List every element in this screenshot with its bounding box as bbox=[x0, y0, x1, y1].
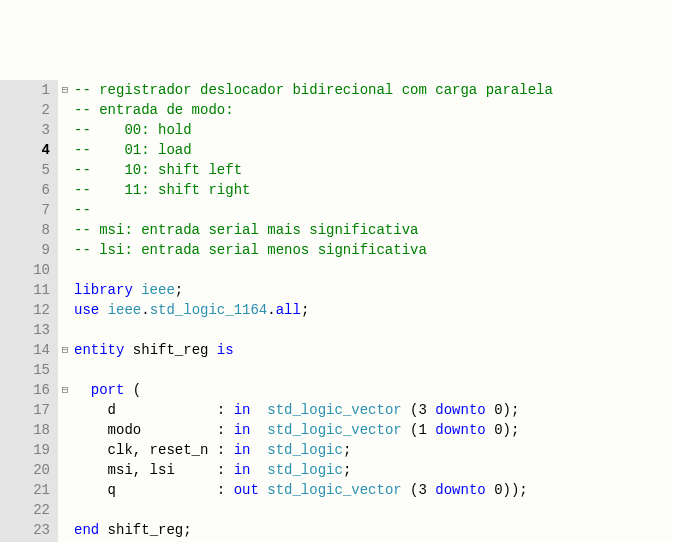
fold-spacer bbox=[58, 320, 72, 340]
fold-spacer bbox=[58, 480, 72, 500]
token-n bbox=[402, 402, 410, 418]
fold-spacer bbox=[58, 300, 72, 320]
token-n bbox=[133, 282, 141, 298]
line-number: 4 bbox=[0, 140, 50, 160]
code-line[interactable]: -- 00: hold bbox=[74, 120, 673, 140]
code-line[interactable]: -- registrador deslocador bidirecional c… bbox=[74, 80, 673, 100]
code-line[interactable]: modo : in std_logic_vector (1 downto 0); bbox=[74, 420, 673, 440]
token-k: all bbox=[276, 302, 301, 318]
code-area[interactable]: -- registrador deslocador bidirecional c… bbox=[72, 80, 673, 542]
token-c: -- msi: entrada serial mais significativ… bbox=[74, 222, 418, 238]
token-p: ( bbox=[410, 482, 418, 498]
code-line[interactable]: clk, reset_n : in std_logic; bbox=[74, 440, 673, 460]
token-p: ) bbox=[503, 482, 511, 498]
fold-toggle-icon[interactable]: ⊟ bbox=[58, 80, 72, 100]
token-p: . bbox=[267, 302, 275, 318]
token-n bbox=[402, 482, 410, 498]
token-p: ; bbox=[175, 282, 183, 298]
token-k: in bbox=[234, 402, 251, 418]
token-p: ; bbox=[343, 442, 351, 458]
token-p: ; bbox=[511, 422, 519, 438]
token-c: -- 01: load bbox=[74, 142, 192, 158]
token-n: 1 bbox=[419, 422, 436, 438]
line-number: 7 bbox=[0, 200, 50, 220]
code-line[interactable]: -- bbox=[74, 200, 673, 220]
token-n bbox=[259, 482, 267, 498]
fold-spacer bbox=[58, 460, 72, 480]
token-k: entity bbox=[74, 342, 124, 358]
token-n bbox=[402, 422, 410, 438]
code-line[interactable]: use ieee.std_logic_1164.all; bbox=[74, 300, 673, 320]
line-number: 5 bbox=[0, 160, 50, 180]
line-number: 22 bbox=[0, 500, 50, 520]
line-number: 9 bbox=[0, 240, 50, 260]
token-n bbox=[124, 382, 132, 398]
code-editor: 1234567891011121314151617181920212223242… bbox=[0, 80, 673, 542]
token-p: ; bbox=[301, 302, 309, 318]
code-line[interactable]: -- 10: shift left bbox=[74, 160, 673, 180]
fold-spacer bbox=[58, 280, 72, 300]
code-line[interactable]: msi, lsi : in std_logic; bbox=[74, 460, 673, 480]
fold-toggle-icon[interactable]: ⊟ bbox=[58, 380, 72, 400]
line-number: 6 bbox=[0, 180, 50, 200]
line-number: 20 bbox=[0, 460, 50, 480]
code-line[interactable]: port ( bbox=[74, 380, 673, 400]
line-number-gutter: 1234567891011121314151617181920212223242… bbox=[0, 80, 58, 542]
token-c: -- registrador deslocador bidirecional c… bbox=[74, 82, 553, 98]
code-line[interactable]: -- lsi: entrada serial menos significati… bbox=[74, 240, 673, 260]
code-line[interactable]: library ieee; bbox=[74, 280, 673, 300]
token-p: ( bbox=[133, 382, 141, 398]
fold-spacer bbox=[58, 140, 72, 160]
code-line[interactable] bbox=[74, 320, 673, 340]
fold-spacer bbox=[58, 240, 72, 260]
line-number: 18 bbox=[0, 420, 50, 440]
fold-spacer bbox=[58, 200, 72, 220]
fold-spacer bbox=[58, 160, 72, 180]
line-number: 10 bbox=[0, 260, 50, 280]
token-t: std_logic_1164 bbox=[150, 302, 268, 318]
code-line[interactable]: -- 01: load bbox=[74, 140, 673, 160]
token-c: -- lsi: entrada serial menos significati… bbox=[74, 242, 427, 258]
code-line[interactable] bbox=[74, 360, 673, 380]
line-number: 15 bbox=[0, 360, 50, 380]
code-line[interactable]: -- msi: entrada serial mais significativ… bbox=[74, 220, 673, 240]
code-line[interactable] bbox=[74, 500, 673, 520]
code-line[interactable] bbox=[74, 260, 673, 280]
token-p: ( bbox=[410, 422, 418, 438]
token-n: 0 bbox=[486, 422, 503, 438]
token-n bbox=[99, 302, 107, 318]
fold-spacer bbox=[58, 120, 72, 140]
token-n: 0 bbox=[486, 482, 503, 498]
token-c: -- entrada de modo: bbox=[74, 102, 234, 118]
code-line[interactable]: -- 11: shift right bbox=[74, 180, 673, 200]
fold-spacer bbox=[58, 260, 72, 280]
token-n bbox=[250, 462, 267, 478]
line-number: 21 bbox=[0, 480, 50, 500]
line-number: 19 bbox=[0, 440, 50, 460]
token-c: -- 11: shift right bbox=[74, 182, 250, 198]
fold-spacer bbox=[58, 500, 72, 520]
token-k: is bbox=[217, 342, 234, 358]
fold-column: ⊟⊟⊟⊟ bbox=[58, 80, 72, 542]
token-n: 3 bbox=[419, 482, 436, 498]
token-k: in bbox=[234, 442, 251, 458]
token-k: port bbox=[91, 382, 125, 398]
code-line[interactable]: q : out std_logic_vector (3 downto 0)); bbox=[74, 480, 673, 500]
line-number: 11 bbox=[0, 280, 50, 300]
code-line[interactable]: end shift_reg; bbox=[74, 520, 673, 540]
fold-spacer bbox=[58, 360, 72, 380]
token-n: d : bbox=[74, 402, 234, 418]
fold-toggle-icon[interactable]: ⊟ bbox=[58, 340, 72, 360]
token-n: shift_reg bbox=[124, 342, 216, 358]
code-line[interactable]: entity shift_reg is bbox=[74, 340, 673, 360]
token-p: ; bbox=[519, 482, 527, 498]
token-c: -- bbox=[74, 202, 91, 218]
token-n: clk, reset_n : bbox=[74, 442, 234, 458]
fold-spacer bbox=[58, 420, 72, 440]
code-line[interactable]: d : in std_logic_vector (3 downto 0); bbox=[74, 400, 673, 420]
token-p: ) bbox=[503, 422, 511, 438]
token-t: std_logic_vector bbox=[267, 482, 401, 498]
line-number: 16 bbox=[0, 380, 50, 400]
token-t: std_logic_vector bbox=[267, 402, 401, 418]
code-line[interactable]: -- entrada de modo: bbox=[74, 100, 673, 120]
